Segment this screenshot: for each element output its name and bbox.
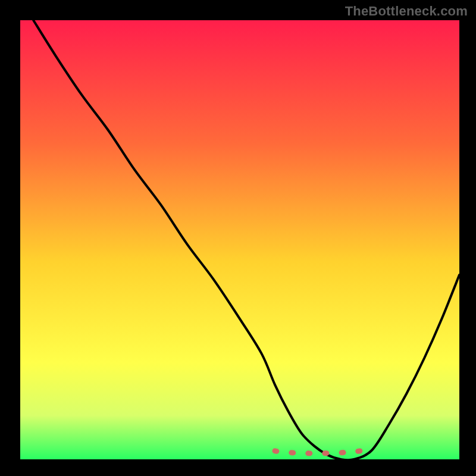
chart-stage: TheBottleneck.com	[0, 0, 476, 476]
frame-left	[0, 0, 20, 476]
chart-svg	[0, 0, 476, 476]
frame-bottom	[0, 459, 476, 476]
watermark-text: TheBottleneck.com	[345, 4, 468, 19]
heat-gradient-area	[20, 20, 459, 459]
frame-right	[459, 0, 476, 476]
